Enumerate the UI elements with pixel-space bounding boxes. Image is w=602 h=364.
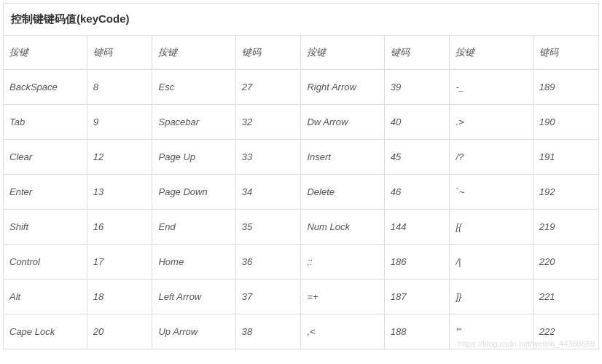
table-row: BackSpace8Esc27Right Arrow39-_189: [4, 70, 598, 105]
table-cell: Shift: [4, 210, 87, 245]
header-cell: 键码: [87, 36, 152, 70]
table-cell: 8: [87, 70, 152, 105]
table-body: BackSpace8Esc27Right Arrow39-_189Tab9Spa…: [4, 70, 598, 349]
keycode-table-container: 控制键键码值(keyCode) 按键 键码 按键 键码 按键 键码 按键 键码 …: [3, 3, 599, 349]
table-cell: 18: [87, 280, 152, 314]
keycode-table: 按键 键码 按键 键码 按键 键码 按键 键码 BackSpace8Esc27R…: [4, 36, 598, 349]
table-cell: 27: [235, 70, 301, 105]
table-cell: Esc: [152, 70, 235, 105]
table-cell: ,<: [301, 314, 384, 349]
table-cell: Enter: [4, 175, 87, 210]
table-cell: 36: [235, 245, 301, 280]
table-cell: Clear: [4, 140, 87, 175]
table-cell: Home: [152, 245, 235, 280]
table-cell: /?: [450, 140, 533, 175]
table-cell: -_: [450, 70, 533, 105]
table-cell: Spacebar: [152, 105, 235, 140]
table-cell: 144: [384, 210, 450, 245]
table-cell: ;:: [301, 245, 384, 280]
table-cell: 187: [384, 280, 450, 314]
table-cell: 219: [533, 210, 598, 245]
header-cell: 按键: [152, 36, 235, 70]
header-cell: 键码: [384, 36, 450, 70]
table-cell: 17: [87, 245, 152, 280]
table-cell: 186: [384, 245, 450, 280]
table-cell: 220: [533, 245, 598, 280]
table-cell: 191: [533, 140, 598, 175]
table-cell: `~: [450, 175, 533, 210]
header-cell: 键码: [533, 36, 598, 70]
table-cell: Right Arrow: [301, 70, 384, 105]
table-cell: 188: [384, 314, 450, 349]
table-cell: 16: [87, 210, 152, 245]
table-row: Alt18Left Arrow37=+187]}221: [4, 280, 598, 314]
table-cell: Num Lock: [301, 210, 384, 245]
watermark: https://blog.csdn.net/weixin_44388689: [458, 339, 595, 348]
table-cell: =+: [301, 280, 384, 314]
table-cell: 38: [235, 314, 301, 349]
table-cell: 37: [235, 280, 301, 314]
table-cell: 192: [533, 175, 598, 210]
table-cell: /|: [450, 245, 533, 280]
table-cell: Left Arrow: [152, 280, 235, 314]
table-cell: Insert: [301, 140, 384, 175]
table-cell: Tab: [4, 105, 87, 140]
table-cell: Control: [4, 245, 87, 280]
table-cell: Alt: [4, 280, 87, 314]
table-cell: Cape Lock: [4, 314, 87, 349]
table-cell: 40: [384, 105, 450, 140]
table-title: 控制键键码值(keyCode): [4, 4, 598, 36]
table-row: Shift16End35Num Lock144[{219: [4, 210, 598, 245]
table-cell: 39: [384, 70, 450, 105]
table-row: Control17Home36;:186/|220: [4, 245, 598, 280]
table-cell: Dw Arrow: [301, 105, 384, 140]
table-row: Tab9Spacebar32Dw Arrow40.>190: [4, 105, 598, 140]
table-cell: Page Down: [152, 175, 235, 210]
header-cell: 按键: [4, 36, 87, 70]
header-row: 按键 键码 按键 键码 按键 键码 按键 键码: [4, 36, 598, 70]
table-cell: 12: [87, 140, 152, 175]
table-cell: .>: [450, 105, 533, 140]
table-cell: Page Up: [152, 140, 235, 175]
table-cell: End: [152, 210, 235, 245]
table-cell: 190: [533, 105, 598, 140]
table-cell: 33: [235, 140, 301, 175]
table-cell: 34: [235, 175, 301, 210]
table-cell: 20: [87, 314, 152, 349]
table-cell: Up Arrow: [152, 314, 235, 349]
table-cell: 35: [235, 210, 301, 245]
header-cell: 键码: [235, 36, 301, 70]
table-cell: 189: [533, 70, 598, 105]
table-cell: BackSpace: [4, 70, 87, 105]
table-row: Clear12Page Up33Insert45/?191: [4, 140, 598, 175]
header-cell: 按键: [301, 36, 384, 70]
table-cell: 221: [533, 280, 598, 314]
header-cell: 按键: [450, 36, 533, 70]
table-row: Enter13Page Down34Delete46`~192: [4, 175, 598, 210]
table-cell: 9: [87, 105, 152, 140]
table-cell: [{: [450, 210, 533, 245]
table-cell: ]}: [450, 280, 533, 314]
table-cell: Delete: [301, 175, 384, 210]
table-cell: 32: [235, 105, 301, 140]
table-cell: 13: [87, 175, 152, 210]
table-cell: 46: [384, 175, 450, 210]
table-cell: 45: [384, 140, 450, 175]
